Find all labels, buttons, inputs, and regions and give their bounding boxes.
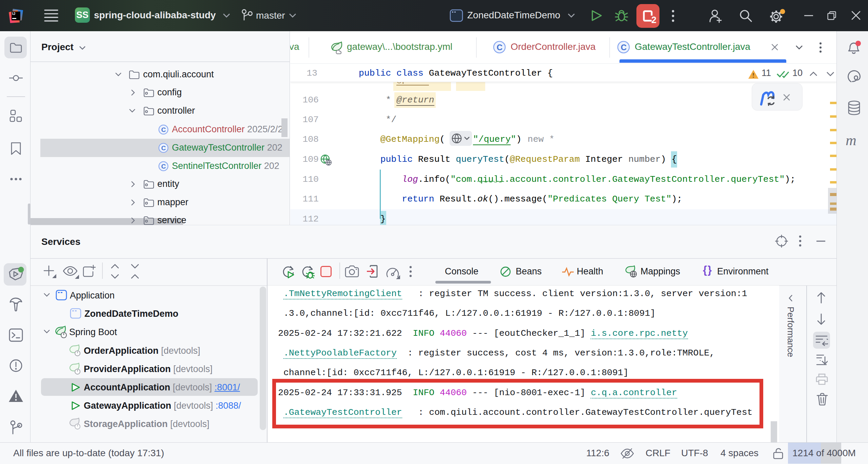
svg-text:C: C <box>161 144 166 152</box>
svg-text:C: C <box>497 43 502 52</box>
svg-text:C: C <box>621 43 627 52</box>
svg-text:2: 2 <box>651 15 656 23</box>
svg-text:C: C <box>161 126 166 133</box>
svg-text:C: C <box>161 163 166 170</box>
svg-text:IJ: IJ <box>12 12 15 16</box>
